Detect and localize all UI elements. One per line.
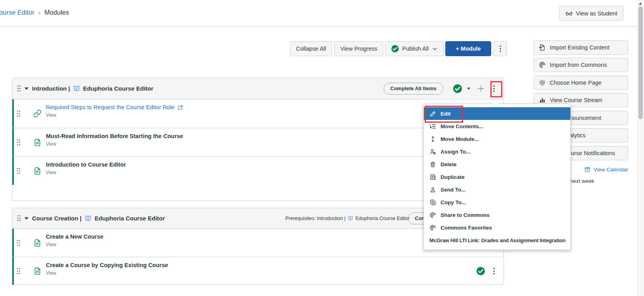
menu-item-label: Edit (441, 111, 451, 117)
item-text: Introduction to Course Editor View (46, 161, 126, 175)
view-course-stream-label: View Course Stream (550, 97, 602, 103)
menu-item-label: Assign To... (441, 149, 471, 155)
menu-item-edit[interactable]: Edit (424, 107, 570, 120)
menu-item-move-module[interactable]: Move Module... (424, 133, 570, 145)
collapse-all-label: Collapse All (296, 46, 326, 52)
kebab-icon (500, 45, 501, 52)
modules-options-kebab-button[interactable] (494, 41, 507, 56)
module-context-menu: Edit Move Contents... Move Module... Ass… (424, 104, 571, 250)
menu-item-label: Share to Commons (441, 212, 490, 218)
assign-user-icon (429, 148, 437, 155)
menu-item-copy-to[interactable]: Copy To... (424, 196, 570, 209)
item-title[interactable]: Create a Course by Copying Existing Cour… (46, 262, 168, 268)
menu-item-delete[interactable]: Delete (424, 158, 570, 171)
publish-all-label: Publish All (402, 46, 429, 52)
item-title-link[interactable]: Required Steps to Request the Course Edi… (46, 104, 183, 110)
menu-item-duplicate[interactable]: Duplicate (424, 171, 570, 183)
item-text: Required Steps to Request the Course Edi… (46, 104, 183, 118)
item-text: Create a Course by Copying Existing Cour… (46, 262, 168, 276)
calendar-icon: 3 (584, 166, 591, 173)
view-as-student-button[interactable]: View as Student (559, 6, 623, 21)
import-existing-content-label: Import Existing Content (550, 44, 610, 51)
module-options-kebab-icon[interactable] (493, 85, 495, 92)
publish-all-button[interactable]: Publish All (385, 41, 444, 56)
item-subtitle: View (46, 170, 126, 175)
published-indicator-bar (12, 257, 14, 285)
item-text: Create a New Course View (46, 233, 103, 247)
drag-handle-icon[interactable] (17, 139, 21, 146)
module-published-check-icon[interactable] (453, 84, 462, 93)
pencil-icon (429, 110, 437, 117)
up-down-arrow-icon (429, 136, 437, 142)
item-title[interactable]: Must-Read Information Before Starting th… (46, 133, 183, 139)
import-existing-content-button[interactable]: Import Existing Content (534, 40, 628, 55)
published-indicator-bar (12, 157, 14, 185)
drag-handle-icon[interactable] (17, 268, 21, 275)
add-item-plus-icon[interactable] (477, 84, 485, 93)
collapse-module-caret-icon[interactable] (25, 217, 28, 220)
module-item-row[interactable]: Create a Course by Copying Existing Cour… (12, 257, 503, 285)
scrollbar-thumb[interactable] (638, 6, 643, 119)
choose-home-page-button[interactable]: Choose Home Page (534, 76, 628, 90)
add-module-button[interactable]: + Module (445, 41, 491, 56)
item-subtitle: View (46, 242, 103, 247)
scrollbar-up-arrow-icon[interactable] (639, 2, 642, 5)
external-link-icon (177, 104, 183, 110)
collapse-all-button[interactable]: Collapse All (290, 41, 332, 56)
add-module-label: + Module (456, 46, 481, 52)
view-calendar-label: View Calendar (593, 167, 628, 173)
menu-item-label: Move Contents... (441, 123, 483, 129)
menu-item-label: McGraw Hill LTI Link: Grades and Assignm… (429, 237, 566, 243)
breadcrumb-current: Modules (44, 9, 69, 16)
module-title-text: Introduction | (32, 85, 70, 92)
view-as-student-label: View as Student (576, 10, 617, 17)
menu-item-mcgraw-hill-lti[interactable]: McGraw Hill LTI Link: Grades and Assignm… (424, 234, 570, 247)
import-from-commons-button[interactable]: Import from Commons (534, 58, 628, 72)
drag-handle-icon[interactable] (17, 85, 21, 92)
menu-item-assign-to[interactable]: Assign To... (424, 145, 570, 158)
published-indicator-bar (12, 99, 14, 128)
commons-icon (539, 61, 546, 68)
view-progress-button[interactable]: View Progress (334, 41, 383, 56)
item-subtitle: View (46, 141, 183, 147)
menu-item-label: Move Module... (441, 136, 479, 142)
module-title-text: Course Creation | (32, 215, 82, 222)
menu-item-move-contents[interactable]: Move Contents... (424, 120, 570, 133)
chevron-down-icon (432, 46, 438, 52)
menu-item-label: Copy To... (441, 199, 466, 205)
item-options-kebab-icon[interactable] (493, 268, 495, 275)
drag-handle-icon[interactable] (17, 167, 21, 174)
menu-item-commons-favorites[interactable]: Commons Favorites (424, 221, 570, 234)
trash-icon (429, 161, 437, 168)
publish-state-caret-icon[interactable] (467, 87, 470, 89)
page-icon (33, 138, 42, 146)
copy-icon (429, 199, 437, 206)
bar-chart-icon (539, 97, 546, 104)
drag-handle-icon[interactable] (17, 239, 21, 246)
menu-item-share-to-commons[interactable]: Share to Commons (424, 209, 570, 221)
item-published-check-icon[interactable] (476, 267, 485, 276)
drag-handle-icon[interactable] (17, 110, 21, 117)
drag-handle-icon[interactable] (17, 215, 21, 222)
prerequisites-course-text: Eduphoria Course Editor (355, 216, 410, 221)
collapse-module-caret-icon[interactable] (25, 87, 28, 90)
svg-text:3: 3 (587, 169, 589, 171)
item-subtitle: View (46, 270, 168, 276)
publish-check-icon (391, 45, 399, 53)
item-title[interactable]: Create a New Course (46, 233, 103, 240)
item-text: Must-Read Information Before Starting th… (46, 133, 183, 147)
commons-icon (429, 224, 437, 231)
book-icon (73, 85, 80, 92)
breadcrumb-course-link[interactable]: Course Editor (0, 9, 34, 16)
prerequisites-text: Prerequisites: Introduction | (285, 216, 346, 221)
menu-item-label: Commons Favorites (441, 225, 492, 231)
duplicate-icon (429, 174, 437, 180)
complete-all-items-pill: Complete All Items (384, 83, 443, 95)
page-icon (33, 167, 42, 175)
choose-home-page-label: Choose Home Page (550, 80, 602, 86)
module-introduction-header: Introduction | Eduphoria Course Editor C… (12, 78, 503, 99)
move-contents-icon (429, 123, 437, 130)
menu-item-label: Delete (441, 161, 457, 167)
menu-item-send-to[interactable]: Send To... (424, 183, 570, 196)
item-title[interactable]: Introduction to Course Editor (46, 161, 126, 168)
